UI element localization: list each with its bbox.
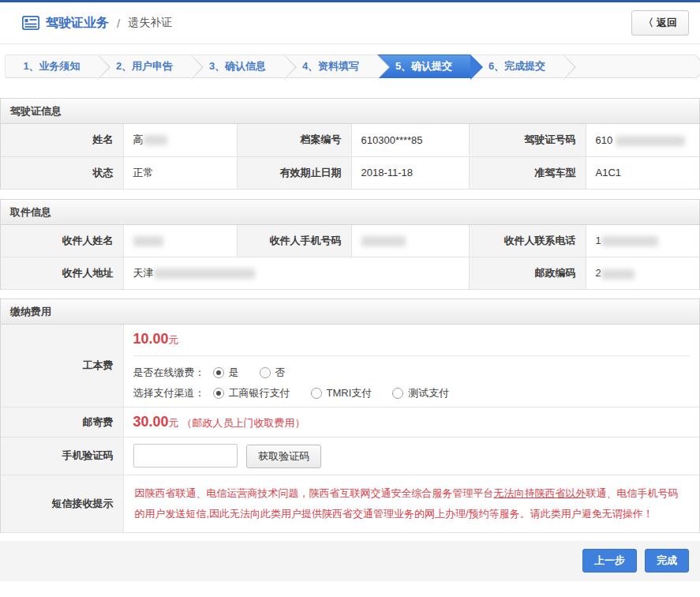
postage-fee-label: 邮寄费 — [1, 407, 123, 437]
status-value: 正常 — [123, 156, 237, 189]
radio-online-no[interactable]: 否 — [260, 366, 286, 380]
currency-unit: 元 — [169, 334, 179, 346]
license-info-section: 驾驶证信息 姓名 高 档案编号 610300****85 驾驶证号码 610 状… — [0, 98, 700, 190]
step-1-business-notice[interactable]: 1、业务须知 — [5, 54, 98, 78]
redacted-blur — [601, 269, 634, 280]
breadcrumb-current: 遗失补证 — [128, 16, 172, 30]
radio-label: TMRI支付 — [327, 386, 372, 400]
payment-section-title: 缴纳费用 — [1, 299, 699, 325]
redacted-blur — [144, 135, 167, 145]
redacted-blur — [361, 236, 406, 246]
recipient-mobile-label: 收件人手机号码 — [237, 225, 351, 257]
radio-channel-icbc[interactable]: 工商银行支付 — [213, 386, 290, 400]
table-row: 短信接收提示 因陕西省联通、电信运营商技术问题，陕西省互联网交通安全综合服务管理… — [1, 475, 699, 532]
file-no-label: 档案编号 — [237, 124, 351, 156]
postage-fee-note: （邮政人员上门收取费用） — [182, 417, 305, 429]
radio-label: 工商银行支付 — [229, 386, 290, 400]
step-6-finish-submit[interactable]: 6、完成提交 — [470, 54, 563, 78]
table-row: 工本费 10.00元 是否在线缴费： 是 否 — [1, 325, 699, 407]
step-5-confirm-submit[interactable]: 5、确认提交 — [377, 54, 470, 78]
step-4-fill-data[interactable]: 4、资料填写 — [284, 54, 377, 78]
file-no-value: 610300****85 — [351, 124, 469, 156]
step-label: 5、确认提交 — [395, 59, 452, 73]
expiry-value: 2018-11-18 — [351, 156, 469, 189]
recipient-name-value — [123, 225, 237, 257]
license-no-value: 610 — [586, 124, 699, 156]
radio-channel-test[interactable]: 测试支付 — [392, 386, 449, 400]
license-form-icon — [22, 16, 39, 30]
currency-unit: 元 — [169, 417, 179, 429]
online-pay-choice: 是否在线缴费： 是 否 — [133, 366, 691, 380]
table-row: 收件人姓名 收件人手机号码 收件人联系电话 1 — [1, 225, 699, 257]
redacted-blur — [154, 268, 255, 279]
postage-fee-amount: 30.00 — [133, 414, 169, 430]
expiry-label: 有效期止日期 — [237, 156, 351, 189]
recipient-phone-label: 收件人联系电话 — [469, 225, 586, 257]
step-label: 1、业务须知 — [23, 59, 80, 73]
vehicle-class-label: 准驾车型 — [469, 156, 586, 189]
license-no-label: 驾驶证号码 — [469, 124, 586, 156]
table-row: 邮寄费 30.00元（邮政人员上门收取费用） — [1, 407, 699, 437]
name-label: 姓名 — [1, 124, 123, 156]
production-fee-amount-line: 10.00元 — [133, 331, 691, 347]
radio-channel-tmri[interactable]: TMRI支付 — [311, 386, 372, 400]
pay-channel-question: 选择支付渠道： — [133, 386, 205, 400]
radio-selected-icon — [213, 388, 224, 399]
radio-label: 是 — [229, 366, 239, 380]
status-label: 状态 — [1, 156, 123, 189]
redacted-blur — [601, 236, 658, 246]
production-fee-amount: 10.00 — [133, 331, 169, 347]
get-code-button[interactable]: 获取验证码 — [246, 445, 321, 468]
postal-code-value: 2 — [586, 257, 699, 290]
sms-notice-text: 因陕西省联通、电信运营商技术问题，陕西省互联网交通安全综合服务管理平台无法向持陕… — [123, 475, 699, 532]
step-bar-filler — [563, 54, 695, 78]
vehicle-class-value: A1C1 — [586, 156, 699, 189]
finish-button[interactable]: 完成 — [645, 549, 689, 573]
radio-unselected-icon — [260, 367, 271, 378]
production-fee-cell: 10.00元 是否在线缴费： 是 否 选择支付渠道： — [123, 325, 699, 407]
breadcrumb-separator: / — [117, 17, 120, 30]
back-button[interactable]: 〈 返回 — [631, 10, 689, 36]
footer-action-bar: 上一步 完成 — [0, 541, 700, 581]
postal-code-value-visible: 2 — [596, 267, 601, 279]
step-label: 2、用户申告 — [116, 59, 173, 73]
divider — [133, 355, 691, 356]
recipient-address-label: 收件人地址 — [1, 257, 123, 290]
name-value-visible: 高 — [133, 133, 144, 145]
redacted-blur — [616, 136, 685, 146]
back-chevron-icon: 〈 — [643, 16, 653, 30]
pickup-info-table: 收件人姓名 收件人手机号码 收件人联系电话 1 收件人地址 天津 邮政编码 2 — [1, 225, 699, 291]
radio-selected-icon — [213, 367, 224, 378]
radio-unselected-icon — [392, 388, 403, 399]
online-pay-question: 是否在线缴费： — [133, 366, 205, 380]
payment-table: 工本费 10.00元 是否在线缴费： 是 否 — [1, 325, 699, 533]
recipient-name-label: 收件人姓名 — [1, 225, 123, 257]
sms-notice-label: 短信接收提示 — [1, 475, 123, 532]
table-row: 状态 正常 有效期止日期 2018-11-18 准驾车型 A1C1 — [1, 156, 699, 189]
step-2-user-declaration[interactable]: 2、用户申告 — [98, 54, 191, 78]
sms-code-label: 手机验证码 — [1, 437, 123, 475]
postal-code-label: 邮政编码 — [469, 257, 586, 290]
redacted-blur — [133, 236, 163, 246]
license-no-value-visible: 610 — [596, 134, 613, 146]
step-3-confirm-info[interactable]: 3、确认信息 — [191, 54, 284, 78]
radio-label: 测试支付 — [408, 386, 449, 400]
license-info-section-title: 驾驶证信息 — [1, 99, 699, 124]
sms-notice-part2-underlined: 无法向持陕西省以外 — [494, 487, 586, 499]
page-title: 驾驶证业务 — [46, 15, 109, 32]
recipient-phone-value-visible: 1 — [596, 235, 601, 246]
recipient-address-value: 天津 — [123, 257, 469, 290]
sms-code-input[interactable] — [133, 444, 238, 467]
table-row: 收件人地址 天津 邮政编码 2 — [1, 257, 699, 290]
pickup-info-section-title: 取件信息 — [1, 200, 699, 225]
step-label: 6、完成提交 — [489, 59, 545, 73]
table-row: 手机验证码 获取验证码 — [1, 437, 699, 475]
radio-online-yes[interactable]: 是 — [213, 366, 239, 380]
production-fee-label: 工本费 — [1, 325, 123, 407]
recipient-mobile-value — [351, 225, 469, 257]
previous-step-button[interactable]: 上一步 — [582, 549, 637, 573]
step-label: 4、资料填写 — [302, 59, 359, 73]
radio-label: 否 — [275, 366, 286, 380]
table-row: 姓名 高 档案编号 610300****85 驾驶证号码 610 — [1, 124, 699, 156]
recipient-phone-value: 1 — [586, 225, 699, 257]
